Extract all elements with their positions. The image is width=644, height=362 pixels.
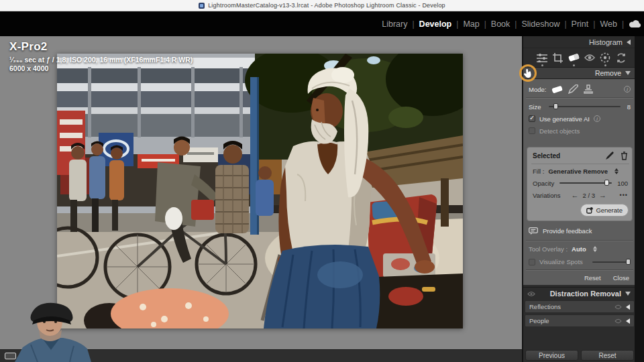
people-row[interactable]: People bbox=[525, 314, 635, 327]
red-eye-tool[interactable] bbox=[583, 51, 596, 64]
highlight-ring bbox=[519, 64, 537, 82]
photo-canvas[interactable] bbox=[57, 54, 463, 328]
fill-mode-dropdown[interactable]: Generative Remove bbox=[548, 168, 608, 175]
generate-button[interactable]: Generate bbox=[580, 204, 629, 217]
visualize-spots-slider[interactable] bbox=[592, 261, 631, 263]
variation-prev-arrow[interactable]: ← bbox=[572, 191, 579, 199]
opacity-value: 100 bbox=[617, 180, 628, 187]
expand-left-icon[interactable] bbox=[626, 304, 630, 310]
mode-eraser-icon[interactable] bbox=[551, 85, 563, 94]
module-library[interactable]: Library bbox=[377, 19, 412, 29]
size-slider-thumb[interactable] bbox=[553, 103, 558, 109]
mode-clone-stamp-icon[interactable] bbox=[584, 84, 593, 94]
mode-info-icon[interactable]: i bbox=[624, 86, 631, 93]
right-panel: Histogram bbox=[522, 36, 635, 362]
module-book[interactable]: Book bbox=[486, 19, 515, 29]
visualize-spots-checkbox[interactable] bbox=[529, 259, 535, 265]
tool-overlay-stepper-icon[interactable] bbox=[593, 246, 597, 252]
cloud-sync-icon[interactable] bbox=[628, 19, 643, 28]
collapse-left-icon bbox=[627, 40, 631, 45]
fill-label: Fill : bbox=[533, 168, 544, 175]
module-develop[interactable]: Develop bbox=[415, 19, 457, 29]
variations-more-icon[interactable]: ••• bbox=[620, 192, 628, 198]
reflections-label: Reflections bbox=[529, 303, 561, 310]
camera-model: X-Pro2 bbox=[9, 40, 193, 54]
opacity-slider-thumb[interactable] bbox=[604, 180, 609, 186]
mode-heal-brush-icon[interactable] bbox=[568, 84, 578, 94]
feedback-bubble-icon bbox=[529, 227, 538, 235]
tool-overlay-dropdown[interactable]: Auto bbox=[572, 245, 586, 253]
lightroom-window: LightroomMasterCatalog-v13-3.lrcat - Ado… bbox=[0, 0, 644, 362]
selected-spot-box: Selected Fill : Generative Remove Opacit… bbox=[527, 147, 633, 221]
expand-left-icon[interactable] bbox=[626, 318, 630, 324]
expand-down-icon bbox=[625, 71, 631, 75]
panel-footer: Previous Reset bbox=[523, 349, 636, 362]
use-generative-ai-checkbox[interactable] bbox=[529, 115, 535, 122]
detect-objects-label: Detect objects bbox=[539, 127, 580, 135]
remove-tool-drawer: Mode: i Size 8 Use generative AI i bbox=[523, 79, 636, 285]
expand-down-icon bbox=[625, 292, 631, 296]
module-picker: Library | Develop | Map | Book | Slidesh… bbox=[0, 11, 644, 36]
edit-sliders-tool[interactable] bbox=[535, 51, 549, 64]
sync-tool[interactable] bbox=[614, 51, 628, 64]
use-generative-ai-label: Use generative AI bbox=[539, 115, 590, 123]
app-icon bbox=[199, 3, 205, 9]
generative-ai-info-icon[interactable]: i bbox=[594, 115, 600, 122]
remove-panel-header[interactable]: Remove bbox=[523, 67, 636, 79]
drawer-close-button[interactable]: Close bbox=[613, 274, 629, 282]
size-value: 8 bbox=[627, 103, 631, 111]
panel-eye-icon[interactable] bbox=[527, 291, 535, 297]
visualize-spots-thumb[interactable] bbox=[626, 259, 631, 265]
detect-objects-checkbox[interactable] bbox=[529, 127, 535, 134]
eye-toggle-icon[interactable] bbox=[614, 304, 622, 310]
module-map[interactable]: Map bbox=[458, 19, 484, 29]
presenter-webcam-overlay bbox=[4, 300, 97, 362]
reflections-row[interactable]: Reflections bbox=[525, 300, 635, 313]
module-slideshow[interactable]: Slideshow bbox=[517, 19, 564, 29]
size-label: Size bbox=[529, 103, 541, 111]
fill-stepper-icon[interactable] bbox=[614, 168, 619, 174]
photo-street-scene bbox=[57, 54, 463, 328]
eye-toggle-icon[interactable] bbox=[614, 318, 622, 324]
variations-label: Variations bbox=[533, 192, 561, 199]
remove-panel-title: Remove bbox=[595, 69, 621, 77]
red-box bbox=[191, 200, 214, 220]
histogram-panel-header[interactable]: Histogram bbox=[523, 36, 636, 48]
crop-tool[interactable] bbox=[551, 51, 565, 64]
people-label: People bbox=[529, 317, 549, 324]
window-title: LightroomMasterCatalog-v13-3.lrcat - Ado… bbox=[208, 2, 445, 9]
masking-tool[interactable] bbox=[598, 51, 612, 64]
provide-feedback-link[interactable]: Provide feedback bbox=[543, 227, 592, 235]
trash-icon[interactable] bbox=[621, 152, 628, 160]
module-web[interactable]: Web bbox=[595, 19, 621, 29]
previous-button[interactable]: Previous bbox=[525, 350, 578, 361]
variations-value: 2 / 3 bbox=[583, 192, 596, 199]
drawer-reset-button[interactable]: Reset bbox=[584, 274, 601, 282]
histogram-label: Histogram bbox=[589, 38, 623, 46]
opacity-label: Opacity bbox=[533, 180, 554, 187]
visualize-spots-label: Visualize Spots bbox=[539, 258, 583, 265]
reset-button[interactable]: Reset bbox=[581, 350, 634, 361]
nav-separator: | bbox=[622, 19, 624, 29]
size-slider[interactable] bbox=[549, 106, 620, 107]
panel-scrollbar-gutter[interactable] bbox=[635, 36, 644, 362]
generate-icon bbox=[586, 207, 593, 214]
variation-next-arrow[interactable]: → bbox=[599, 191, 606, 199]
develop-canvas: X-Pro2 ¹⁄₂₅₀ sec at ƒ / 1,8, ISO 200, 16… bbox=[0, 36, 522, 362]
title-bar: LightroomMasterCatalog-v13-3.lrcat - Ado… bbox=[0, 0, 644, 11]
selected-title: Selected bbox=[533, 152, 560, 160]
remove-tool[interactable] bbox=[567, 51, 580, 64]
photo-info-overlay: X-Pro2 ¹⁄₂₅₀ sec at ƒ / 1,8, ISO 200, 16… bbox=[9, 40, 193, 72]
distraction-removal-title: Distraction Removal bbox=[550, 290, 621, 298]
tool-strip bbox=[523, 48, 636, 67]
exposure-settings: ¹⁄₂₅₀ sec at ƒ / 1,8, ISO 200, 16 mm (XF… bbox=[9, 56, 193, 64]
mode-label: Mode: bbox=[529, 86, 546, 93]
module-print[interactable]: Print bbox=[567, 19, 594, 29]
tool-overlay-label: Tool Overlay : bbox=[529, 245, 568, 253]
opacity-slider[interactable] bbox=[559, 182, 612, 184]
image-dimensions: 6000 x 4000 bbox=[9, 64, 193, 72]
generate-label: Generate bbox=[596, 206, 623, 214]
distraction-removal-header[interactable]: Distraction Removal bbox=[523, 287, 636, 300]
brush-icon[interactable] bbox=[605, 152, 614, 160]
hand-cursor-icon bbox=[523, 68, 533, 78]
